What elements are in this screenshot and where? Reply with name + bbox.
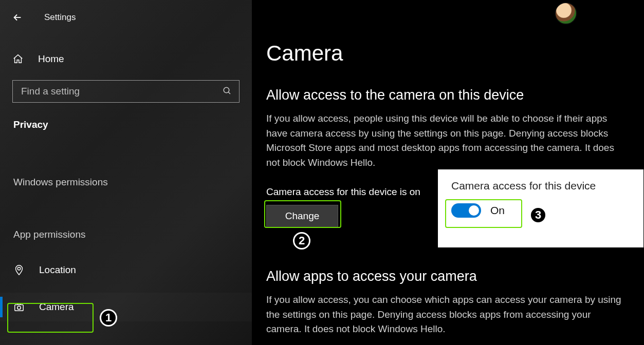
svg-point-0 <box>224 87 229 93</box>
location-label: Location <box>39 264 76 276</box>
home-label: Home <box>38 53 64 65</box>
search-input[interactable] <box>21 86 223 97</box>
section-allow-access-title: Allow access to the camera on this devic… <box>266 86 623 104</box>
svg-line-1 <box>228 92 230 94</box>
popup-title: Camera access for this device <box>451 180 630 192</box>
arrow-left-icon <box>12 12 23 23</box>
svg-point-2 <box>17 267 21 271</box>
sidebar-group-windows-permissions: Windows permissions <box>0 177 252 188</box>
toggle-state-label: On <box>490 204 505 217</box>
sidebar-item-location[interactable]: Location <box>0 256 252 284</box>
page-title: Camera <box>266 41 623 66</box>
section-allow-apps-title: Allow apps to access your camera <box>266 267 623 285</box>
search-icon <box>223 86 233 97</box>
sidebar-section-privacy: Privacy <box>0 119 252 130</box>
camera-icon <box>13 301 27 313</box>
sidebar-item-camera[interactable]: Camera <box>0 293 252 321</box>
search-input-container[interactable] <box>12 80 240 103</box>
svg-rect-3 <box>15 304 24 311</box>
change-button[interactable]: Change <box>266 205 338 227</box>
sidebar-group-app-permissions: App permissions <box>0 229 252 240</box>
settings-sidebar: Settings Home Privacy Windows permission… <box>0 0 252 345</box>
home-icon <box>12 53 26 65</box>
sidebar-item-home[interactable]: Home <box>0 47 252 71</box>
svg-point-4 <box>17 306 21 309</box>
back-button[interactable] <box>11 11 24 24</box>
camera-access-popup: Camera access for this device On <box>438 169 643 247</box>
location-icon <box>13 264 27 276</box>
app-title: Settings <box>44 12 76 23</box>
section-allow-access-body: If you allow access, people using this d… <box>266 111 623 170</box>
avatar-icon <box>555 2 577 25</box>
camera-access-toggle[interactable] <box>451 203 481 218</box>
camera-label: Camera <box>39 301 74 313</box>
section-allow-apps-body: If you allow access, you can choose whic… <box>266 293 623 337</box>
annotation-callout-2: 2 <box>293 232 310 250</box>
